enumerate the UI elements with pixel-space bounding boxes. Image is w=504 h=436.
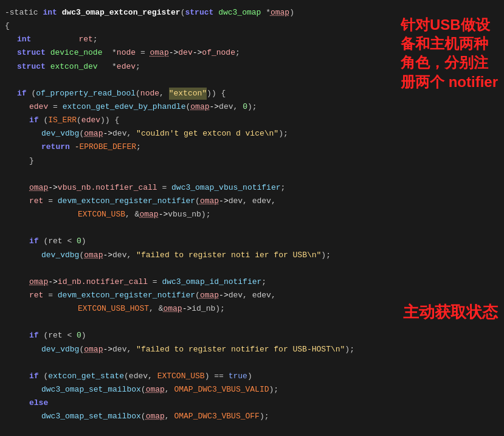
keyword-else1: else (29, 397, 48, 409)
fn-dev-vdbg-1: dev_vdbg (41, 128, 79, 140)
code-line-2: { (0, 19, 504, 33)
code-line-15: if (ret < 0) (0, 235, 504, 248)
code-blank-5 (0, 316, 504, 329)
var-omap-8: omap (84, 249, 103, 261)
type-extcon-dev: extcon_dev (50, 61, 98, 73)
var-omap-13: omap (146, 384, 165, 396)
string-failed-usb2: ier for USB\n" (255, 249, 321, 261)
type-dwc3-omap: dwc3_omap (218, 7, 261, 19)
var-omap-3: omap (190, 101, 209, 113)
code-blank-4 (0, 262, 504, 275)
code-container: -static int dwc3_omap_extcon_register(st… (0, 0, 504, 436)
var-omap-11: omap (163, 303, 182, 315)
keyword-struct1: struct (185, 7, 214, 19)
code-line-18: ret = devm_extcon_register_notifier(omap… (0, 289, 504, 302)
var-edev-1: edev (117, 61, 136, 73)
code-line-3: int ret; (0, 33, 504, 46)
const-eprobe: EPROBE_DEFER (79, 141, 136, 153)
code-blank-6 (0, 356, 504, 370)
string-couldnt: "couldn't get extcon d (136, 128, 241, 140)
code-line-19: EXTCON_USB_HOST, &omap->id_nb); (0, 302, 504, 316)
code-blank-1 (0, 74, 504, 87)
keyword-struct2: struct (17, 47, 46, 59)
const-extcon-usb2: EXTCON_USB (157, 370, 205, 382)
code-line-5: struct extcon_dev *edev; (0, 60, 504, 74)
fn-set-mailbox-2: dwc3_omap_set_mailbox (41, 410, 141, 423)
var-omap-7: omap (139, 209, 158, 221)
var-node: node (117, 47, 136, 59)
fn-extcon-get: extcon_get_edev_by_phandle (63, 101, 186, 113)
string-failed-host: "failed to register notifier for USB-HOS… (136, 344, 345, 356)
fn-of-property: of_property_read_bool (36, 88, 136, 100)
code-line-1: -static int dwc3_omap_extcon_register(st… (0, 6, 504, 19)
string-failed-usb: "failed to register noti (136, 249, 250, 261)
code-line-7: edev = extcon_get_edev_by_phandle(omap->… (0, 100, 504, 114)
code-line-12: omap->vbus_nb.notifier_call = dwc3_omap_… (0, 181, 504, 195)
code-line-14: EXTCON_USB, &omap->vbus_nb); (0, 208, 504, 221)
fn-extcon-get-state-1: extcon_get_state (48, 370, 124, 382)
code-line-9: dev_vdbg(omap->dev, "couldn't get extcon… (0, 127, 504, 140)
keyword-struct3: struct (17, 61, 46, 73)
var-omap-4: omap (84, 128, 103, 140)
fn-id-notifier: dwc3_omap_id_notifier (162, 276, 261, 288)
fn-vbus-notifier: dwc3_omap_vbus_notifier (171, 182, 280, 194)
macro-is-err: IS_ERR (48, 114, 77, 126)
function-name: dwc3_omap_extcon_register (62, 7, 181, 19)
var-omap-1: omap (271, 7, 289, 19)
keyword-int2: int (17, 33, 31, 46)
code-line-16: dev_vdbg(omap->dev, "failed to register … (0, 249, 504, 262)
keyword-true-1: true (229, 370, 247, 382)
var-omap-12: omap (84, 344, 103, 356)
var-omap-6: omap (200, 195, 219, 207)
keyword-return1: return (41, 141, 70, 153)
keyword-if4: if (29, 330, 39, 342)
code-line-17: omap->id_nb.notifier_call = dwc3_omap_id… (0, 275, 504, 289)
code-line-23: dwc3_omap_set_mailbox(omap, OMAP_DWC3_VB… (0, 383, 504, 396)
code-line-11: } (0, 154, 504, 168)
string-extcon: "extcon" (169, 88, 207, 100)
fn-dev-vdbg-2: dev_vdbg (41, 249, 79, 261)
code-blank-2 (0, 168, 504, 181)
code-line-4: struct device_node *node = omap->dev->of… (0, 46, 504, 60)
code-line-13: ret = devm_extcon_register_notifier(omap… (0, 195, 504, 208)
fn-devm-extcon-2: devm_extcon_register_notifier (58, 289, 195, 302)
code-line-20: if (ret < 0) (0, 329, 504, 342)
var-omap-14: omap (146, 410, 165, 423)
var-omap-10: omap (200, 289, 219, 302)
keyword-if3: if (29, 235, 39, 247)
code-line-22: if (extcon_get_state(edev, EXTCON_USB) =… (0, 370, 504, 383)
keyword-static: -static (5, 7, 43, 19)
var-ret-1: ret (78, 33, 92, 46)
var-omap-9: omap (29, 276, 48, 288)
keyword-if1: if (17, 88, 27, 100)
code-line-24: else (0, 396, 504, 410)
fn-devm-extcon-1: devm_extcon_register_notifier (58, 195, 195, 207)
keyword-if5: if (29, 370, 39, 382)
string-couldnt2: vice\n" (246, 128, 279, 140)
fn-set-mailbox-1: dwc3_omap_set_mailbox (41, 384, 141, 396)
code-blank-7 (0, 423, 504, 436)
fn-dev-vdbg-3: dev_vdbg (41, 344, 79, 356)
code-line-25: dwc3_omap_set_mailbox(omap, OMAP_DWC3_VB… (0, 410, 504, 423)
type-device-node: device_node (50, 47, 103, 59)
code-line-21: dev_vdbg(omap->dev, "failed to register … (0, 343, 504, 356)
keyword-int: int (43, 7, 57, 19)
const-vbus-valid: OMAP_DWC3_VBUS_VALID (174, 384, 269, 396)
var-omap-5: omap (29, 182, 48, 194)
const-extcon-usb: EXTCON_USB (78, 209, 125, 221)
const-extcon-usb-host: EXTCON_USB_HOST (78, 303, 149, 315)
code-line-10: return -EPROBE_DEFER; (0, 140, 504, 154)
code-line-8: if (IS_ERR(edev)) { (0, 114, 504, 127)
var-omap-2: omap (150, 47, 168, 59)
code-blank-3 (0, 221, 504, 235)
const-vbus-off: OMAP_DWC3_VBUS_OFF (174, 410, 259, 423)
keyword-if2: if (29, 114, 39, 126)
code-line-6: if (of_property_read_bool(node, "extcon"… (0, 87, 504, 100)
